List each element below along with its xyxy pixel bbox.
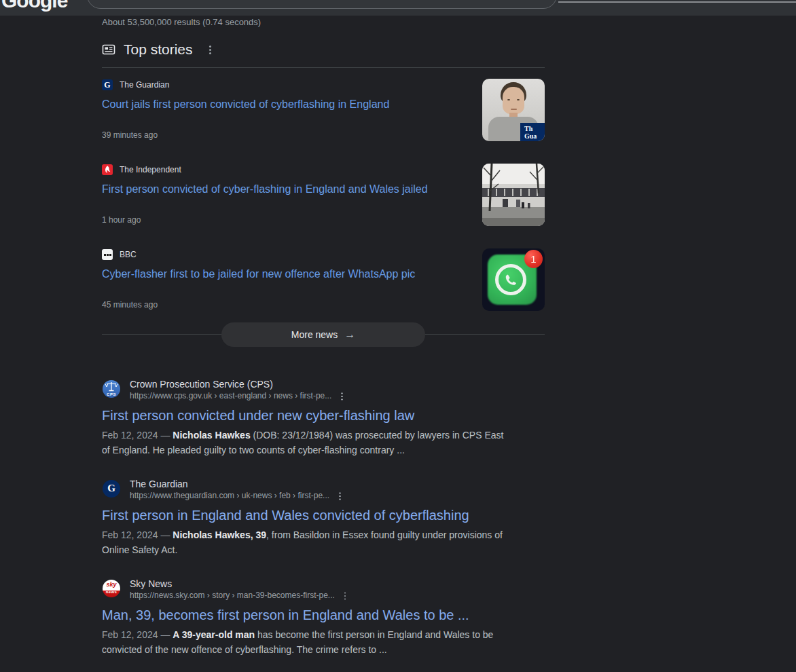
snippet-date: Feb 12, 2024 — xyxy=(102,430,173,441)
result-snippet: Feb 12, 2024 — Nicholas Hawkes (DOB: 23/… xyxy=(102,428,512,458)
result-site-link[interactable]: G The Guardian https://www.theguardian.c… xyxy=(102,477,344,504)
courthouse-photo-art xyxy=(482,164,545,226)
newspaper-icon xyxy=(102,43,115,56)
top-story-card-guardian[interactable]: G The Guardian Court jails first person … xyxy=(102,79,545,141)
more-news-button[interactable]: More news → xyxy=(221,322,425,347)
result-stats: About 53,500,000 results (0.74 seconds) xyxy=(102,17,261,27)
story-thumbnail-mugshot[interactable]: Th Gua xyxy=(482,79,545,141)
story-headline-link[interactable]: Court jails first person convicted of cy… xyxy=(102,97,474,111)
mugshot-eyes xyxy=(507,99,510,100)
result-site-name: Crown Prosecution Service (CPS) xyxy=(130,378,346,390)
watermark-line2: Gua xyxy=(524,132,545,140)
arrow-right-icon: → xyxy=(344,329,355,341)
more-news-label: More news xyxy=(291,329,338,340)
result-site-link[interactable]: sky news Sky News https://news.sky.com ›… xyxy=(102,577,350,604)
result-snippet: Feb 12, 2024 — Nicholas Hawkes, 39, from… xyxy=(102,527,512,557)
story-timestamp: 1 hour ago xyxy=(102,215,141,225)
guardian-initial: G xyxy=(102,79,113,90)
sky-favicon-top: sky xyxy=(103,581,120,588)
header-divider-line xyxy=(558,1,796,3)
top-stories-menu-icon[interactable] xyxy=(204,43,216,56)
snippet-bold: Nicholas Hawkes, 39 xyxy=(173,529,266,540)
top-story-card-independent[interactable]: The Independent First person convicted o… xyxy=(102,164,545,226)
cps-favicon-text: CPS xyxy=(103,392,120,396)
guardian-logo-icon: G xyxy=(102,79,113,90)
story-timestamp: 39 minutes ago xyxy=(102,130,158,140)
result-url: https://www.theguardian.com › uk-news › … xyxy=(130,490,329,502)
result-title-link[interactable]: First person in England and Wales convic… xyxy=(102,507,469,523)
story-thumbnail-whatsapp[interactable]: 1 xyxy=(482,248,545,311)
story-timestamp: 45 minutes ago xyxy=(102,300,158,310)
story-source-row: The Independent xyxy=(102,164,181,175)
story-source-row: BBC xyxy=(102,249,137,260)
story-source-name: The Guardian xyxy=(120,80,169,90)
result-snippet: Feb 12, 2024 — A 39-year-old man has bec… xyxy=(102,627,512,657)
guardian-favicon: G xyxy=(103,480,120,498)
whatsapp-phone-icon xyxy=(503,272,519,288)
search-input[interactable] xyxy=(87,0,557,9)
guardian-watermark: Th Gua xyxy=(520,123,545,141)
story-source-name: BBC xyxy=(120,250,137,259)
result-site-name: The Guardian xyxy=(130,478,344,490)
bbc-blocks xyxy=(104,254,106,256)
search-header: Google xyxy=(0,0,796,16)
result-url: https://news.sky.com › story › man-39-be… xyxy=(130,590,335,601)
result-title-link[interactable]: Man, 39, becomes first person in England… xyxy=(102,607,469,623)
guardian-favicon-letter: G xyxy=(103,483,120,494)
mugshot-face xyxy=(503,87,524,114)
story-thumbnail-courthouse[interactable] xyxy=(482,164,545,226)
top-story-card-bbc[interactable]: BBC Cyber-flasher first to be jailed for… xyxy=(102,248,545,311)
result-menu-icon[interactable] xyxy=(337,392,346,401)
snippet-date: Feb 12, 2024 — xyxy=(102,629,173,640)
independent-eagle-icon xyxy=(102,164,113,175)
section-divider xyxy=(102,67,545,68)
story-source-name: The Independent xyxy=(120,165,181,174)
more-news-row: More news → xyxy=(102,322,545,347)
sky-news-favicon: sky news xyxy=(103,580,120,597)
story-headline-link[interactable]: First person convicted of cyber-flashing… xyxy=(102,182,474,196)
story-source-row: G The Guardian xyxy=(102,79,169,90)
result-menu-icon[interactable] xyxy=(335,491,344,501)
result-url: https://www.cps.gov.uk › east-england › … xyxy=(130,390,331,402)
result-menu-icon[interactable] xyxy=(340,591,350,601)
result-title-link[interactable]: First person convicted under new cyber-f… xyxy=(102,407,414,424)
top-stories-title: Top stories xyxy=(124,41,193,58)
sky-favicon-bottom: news xyxy=(103,590,120,594)
snippet-date: Feb 12, 2024 — xyxy=(102,529,173,540)
cps-favicon: CPS xyxy=(103,380,120,398)
google-logo[interactable]: Google xyxy=(1,0,67,12)
watermark-line1: Th xyxy=(524,125,545,132)
notification-badge: 1 xyxy=(524,250,543,268)
result-site-link[interactable]: CPS Crown Prosecution Service (CPS) http… xyxy=(102,377,346,405)
snippet-bold: Nicholas Hawkes xyxy=(173,430,250,441)
result-site-name: Sky News xyxy=(130,578,350,590)
mugshot-mouth xyxy=(511,109,517,110)
top-stories-header: Top stories xyxy=(102,41,216,58)
bbc-logo-icon xyxy=(102,249,113,260)
story-headline-link[interactable]: Cyber-flasher first to be jailed for new… xyxy=(102,267,474,281)
snippet-bold: A 39-year-old man xyxy=(173,629,255,640)
